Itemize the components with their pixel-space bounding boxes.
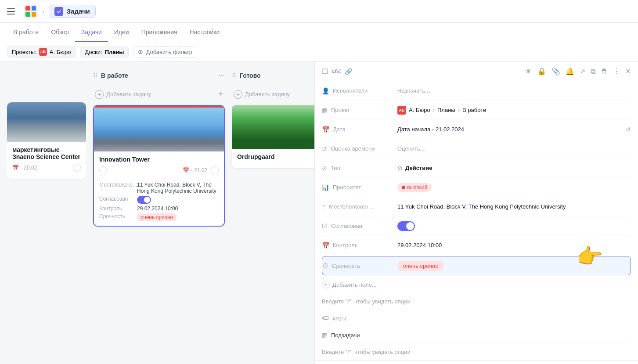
boards-filter[interactable]: Доски: Планы [80,47,129,58]
control-label: Контроль [333,242,357,249]
col-title-inprogress: В работе [101,72,215,79]
task-card-partial[interactable]: маркетинговыеЗnaeno Science Center 📅- 20… [7,102,86,179]
add-filter-label: Добавить фильтр [146,49,192,55]
detail-row-time-estimate: ↺ Оценка времени Оценить... [322,139,631,159]
add-task-done-label: Добавить задачу [245,91,290,97]
task-card-innovation-tower[interactable]: Innovation Tower 📅 - 21.02 [93,105,225,227]
agreed-label: Согласован [331,223,362,229]
location-label: Местоположен... [329,203,373,210]
detail-row-control: 📅 Контроль 29.02.2024 10:00 [322,236,631,255]
innovation-tower-location-row: Местоположе... 11 Yuk Choi Road, Block V… [99,182,219,194]
control-icon: 📅 [322,242,329,249]
tags-placeholder[interactable]: #теги [332,315,346,322]
main-area: маркетинговыеЗnaeno Science Center 📅- 20… [0,62,638,364]
col-header-inprogress: ⠿ В работе ··· [93,69,225,83]
urgency-label: Срочность [332,263,360,269]
more-icon[interactable]: ⋮ [613,67,620,76]
urgency-icon: ⏱ [322,262,328,269]
type-value[interactable]: ⊘ Действие [397,165,631,172]
detail-task-id: #64 [332,68,341,75]
add-task-done[interactable]: + Добавить задачу + [232,87,314,101]
task-card-ordrupgaard[interactable]: Ordrupgaard [232,105,314,168]
close-icon[interactable]: ✕ [625,67,631,76]
add-task-plus-right[interactable]: + [218,90,223,99]
detail-header: ☐ #64 🔗 👁 🔒 📎 🔔 ↗ ⧉ 🗑 ⋮ ✕ [315,62,638,81]
tag-icon: 🏷 [322,314,329,322]
col-title-done: Готово [240,72,314,79]
priority-value[interactable]: высокий [397,183,631,192]
tab-settings[interactable]: Настройки [184,23,226,42]
time-estimate-value[interactable]: Оценить... [397,145,631,152]
eye-icon[interactable]: 👁 [525,68,532,76]
kanban-board: маркетинговыеЗnaeno Science Center 📅- 20… [0,62,314,364]
filterbar: Проекты: АБ А. Бюро Доски: Планы ⊕ Добав… [0,42,638,62]
agreed-toggle-card[interactable] [137,196,151,204]
control-value[interactable]: 29.02.2024 10:00 [397,242,631,249]
type-label: Тип [331,165,340,171]
tab-apps[interactable]: Приложения [135,23,184,42]
detail-footer: 😊 📎 Отправить [315,360,638,364]
tags-row: 🏷 #теги [322,310,631,327]
menu-icon[interactable] [7,5,19,18]
type-action-icon: ⊘ [397,165,403,172]
project-ab-name: А. Бюро [409,107,430,113]
paperclip-icon[interactable]: 📎 [551,67,560,76]
project-avatar: АБ [39,48,47,56]
date-value[interactable]: Дата начала - 21.02.2024 [397,126,620,133]
app-title-button[interactable]: Задачи [49,5,96,18]
detail-row-urgency: ⏱ Срочность очень срочно [322,256,631,275]
project-ab-avatar: АБ [397,106,406,115]
tab-work[interactable]: В работе [7,23,45,42]
add-field-label: Добавить поле... [332,281,377,288]
card-image-left [7,102,86,142]
description-placeholder[interactable]: Введите "/", чтобы увидеть опции [322,293,631,310]
project-status: В работе [462,107,486,113]
innovation-tower-urgency-row: Срочность очень срочно [99,213,219,221]
innovation-tower-date: 📅 - 21.02 [183,167,207,173]
location-value[interactable]: 11 Yuk Choi Road, Block V, The Hong Kong… [397,203,631,210]
partial-card-title: маркетинговыеЗnaeno Science Center [12,146,81,160]
kanban-col-inprogress: ⠿ В работе ··· + Добавить задачу + Innov… [93,69,225,357]
col-header-done: ⠿ Готово ··· [232,69,314,83]
ordrupgaard-title: Ordrupgaard [237,153,314,160]
date-refresh-icon[interactable]: ↺ [626,126,631,133]
date-label: Дата [333,126,346,133]
col-more-icon[interactable]: ··· [218,71,225,80]
breadcrumb-sep1: › [433,107,435,113]
share-icon[interactable]: ↗ [580,67,585,76]
projects-filter[interactable]: Проекты: АБ А. Бюро [7,46,76,58]
description2-placeholder[interactable]: Введите "/", чтобы увидеть опции [322,343,631,360]
tab-ideas[interactable]: Идеи [108,23,135,42]
priority-label: Приоритет [333,184,361,191]
kanban-col-done: ⠿ Готово ··· + Добавить задачу + Ordrupg… [232,69,314,357]
copy-icon[interactable]: ⧉ [591,68,595,76]
assignee-value[interactable]: Назначить... [397,87,631,94]
bell-icon[interactable]: 🔔 [566,67,574,76]
add-task-inprogress[interactable]: + Добавить задачу + [93,87,225,101]
type-action-label: Действие [405,165,432,171]
app-grid-icon[interactable] [24,4,38,18]
innovation-tower-circle [211,166,219,174]
assignee-label: Исполнители [333,87,368,94]
agreed-toggle[interactable] [397,221,415,231]
detail-row-date: 📅 Дата Дата начала - 21.02.2024 ↺ [322,120,631,139]
add-filter-button[interactable]: ⊕ Добавить фильтр [133,46,197,58]
add-task-label: Добавить задачу [106,91,151,97]
trash-icon[interactable]: 🗑 [601,68,608,76]
col-drag-icon: ⠿ [93,72,97,79]
projects-label: Проекты: [12,49,36,55]
tab-overview[interactable]: Обзор [45,23,75,42]
subtasks-row: ▦ Подзадачи [322,327,631,343]
add-field-button[interactable]: + Добавить поле... [322,276,631,293]
urgency-value[interactable]: очень срочно [398,261,443,271]
boards-label: Доски: [85,49,102,55]
time-estimate-label: Оценка времени [331,145,375,152]
detail-link-icon[interactable]: 🔗 [345,68,352,75]
project-value[interactable]: АБ А. Бюро › Планы › В работе [397,106,631,115]
priority-badge: высокий [397,183,432,192]
lock-icon[interactable]: 🔒 [537,67,546,76]
col-drag-done-icon: ⠿ [232,72,236,79]
breadcrumb-arrow: › [42,8,44,15]
project-plans: Планы [437,107,455,113]
tab-tasks[interactable]: Задачи [75,23,108,42]
